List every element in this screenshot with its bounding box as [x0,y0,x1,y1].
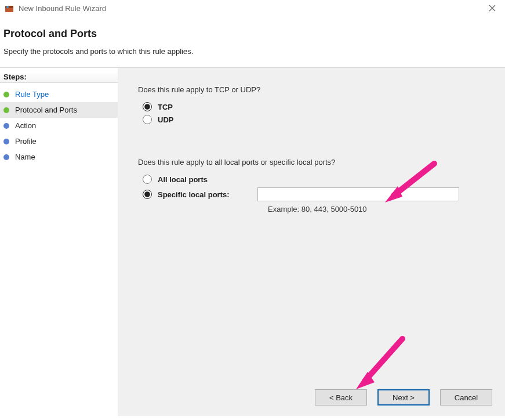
step-protocol-and-ports[interactable]: Protocol and Ports [0,102,118,118]
step-label: Protocol and Ports [15,106,77,114]
radio-all-ports-label: All local ports [158,175,257,184]
radio-row-udp[interactable]: UDP [143,115,490,124]
step-rule-type[interactable]: Rule Type [0,86,118,102]
radio-specific-ports-label: Specific local ports: [158,190,257,199]
radio-row-tcp[interactable]: TCP [143,102,490,111]
svg-rect-0 [5,8,13,12]
window-title: New Inbound Rule Wizard [19,4,485,13]
app-icon [5,4,14,13]
back-button[interactable]: < Back [315,389,367,405]
step-label: Action [15,121,36,130]
radio-tcp-label: TCP [158,103,173,111]
step-name[interactable]: Name [0,149,118,165]
wizard-body: Steps: Rule Type Protocol and Ports Acti… [0,68,505,416]
specific-ports-input[interactable] [257,187,459,201]
step-label: Rule Type [15,90,49,99]
svg-marker-4 [356,372,375,389]
bullet-icon [3,123,9,129]
svg-point-2 [6,6,9,8]
radio-all-ports[interactable] [143,175,152,184]
steps-heading: Steps: [0,71,118,83]
bullet-icon [3,154,9,160]
step-label: Profile [15,137,37,146]
page-subtitle: Specify the protocols and ports to which… [3,47,499,56]
bullet-icon [3,107,9,113]
radio-udp[interactable] [143,115,152,124]
annotation-arrow-next [344,336,408,394]
page-header: Protocol and Ports Specify the protocols… [0,17,505,61]
ports-question: Does this rule apply to all local ports … [138,158,490,166]
radio-row-specific-ports[interactable]: Specific local ports: [143,187,490,201]
wizard-footer: < Back Next > Cancel [315,389,492,405]
steps-sidebar: Steps: Rule Type Protocol and Ports Acti… [0,68,118,416]
radio-row-all-ports[interactable]: All local ports [143,175,490,184]
bullet-icon [3,139,9,144]
radio-udp-label: UDP [158,115,173,124]
step-action[interactable]: Action [0,118,118,133]
next-button[interactable]: Next > [377,389,430,405]
step-label: Name [15,153,35,161]
ports-example: Example: 80, 443, 5000-5010 [268,205,490,213]
close-icon[interactable] [485,3,499,14]
step-profile[interactable]: Profile [0,133,118,149]
bullet-icon [3,92,9,97]
radio-specific-ports[interactable] [143,190,152,199]
cancel-button[interactable]: Cancel [440,389,492,405]
radio-tcp[interactable] [143,102,152,111]
page-title: Protocol and Ports [3,28,499,40]
protocol-question: Does this rule apply to TCP or UDP? [138,85,490,94]
wizard-content: Does this rule apply to TCP or UDP? TCP … [118,68,505,416]
window-titlebar: New Inbound Rule Wizard [0,0,505,17]
